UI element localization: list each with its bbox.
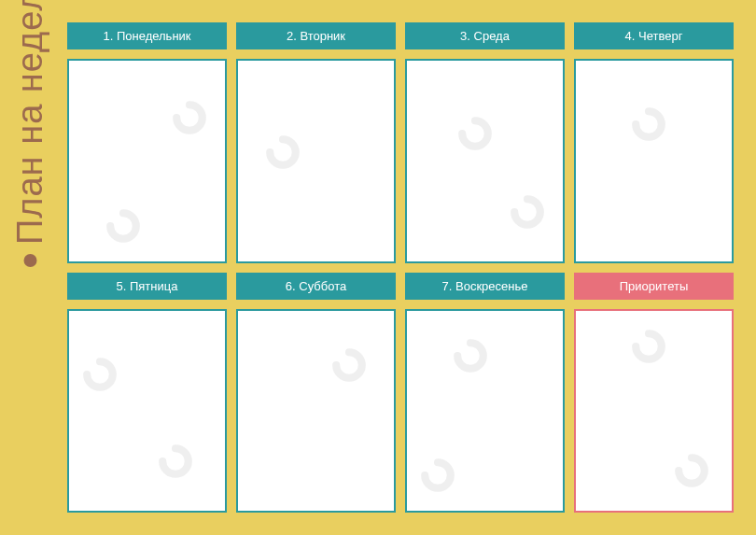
bullet-dot [23, 254, 36, 267]
page-title: План на неделю [10, 0, 50, 267]
watermark-icon [449, 334, 492, 377]
watermark-icon [454, 112, 497, 155]
watermark-icon [328, 344, 371, 387]
priorities-label: Приоритеты [620, 279, 688, 293]
day-box-tuesday [236, 59, 396, 263]
day-box-friday [67, 309, 227, 514]
watermark-icon [78, 353, 121, 396]
day-box-thursday [574, 59, 734, 263]
watermark-icon [168, 96, 211, 139]
day-box-wednesday [405, 59, 565, 263]
day-header-thursday: 4. Четверг [574, 22, 734, 49]
day-label: 3. Среда [460, 29, 510, 43]
watermark-icon [506, 190, 549, 233]
day-label: 5. Пятница [117, 279, 178, 293]
day-header-friday: 5. Пятница [67, 273, 227, 300]
day-label: 1. Понедельник [103, 29, 190, 43]
watermark-icon [154, 440, 197, 483]
watermark-icon [627, 325, 670, 368]
watermark-icon [627, 103, 670, 146]
day-header-wednesday: 3. Среда [405, 22, 565, 49]
day-label: 4. Четверг [625, 29, 683, 43]
day-box-monday [67, 59, 227, 263]
day-header-tuesday: 2. Вторник [236, 22, 396, 49]
day-header-sunday: 7. Воскресенье [405, 273, 565, 300]
day-header-monday: 1. Понедельник [67, 22, 227, 49]
day-box-sunday [405, 309, 565, 514]
day-box-saturday [236, 309, 396, 514]
day-header-saturday: 6. Суббота [236, 273, 396, 300]
day-label: 7. Воскресенье [442, 279, 528, 293]
planner-grid: 1. Понедельник 2. Вторник 3. Среда 4. Че… [67, 22, 734, 513]
priorities-box [574, 309, 734, 514]
watermark-icon [670, 449, 713, 492]
day-label: 2. Вторник [287, 29, 345, 43]
title-text: План на неделю [10, 0, 50, 245]
watermark-icon [416, 454, 459, 497]
day-label: 6. Суббота [286, 279, 346, 293]
watermark-icon [102, 204, 145, 247]
watermark-icon [261, 131, 304, 174]
priorities-header: Приоритеты [574, 273, 734, 300]
